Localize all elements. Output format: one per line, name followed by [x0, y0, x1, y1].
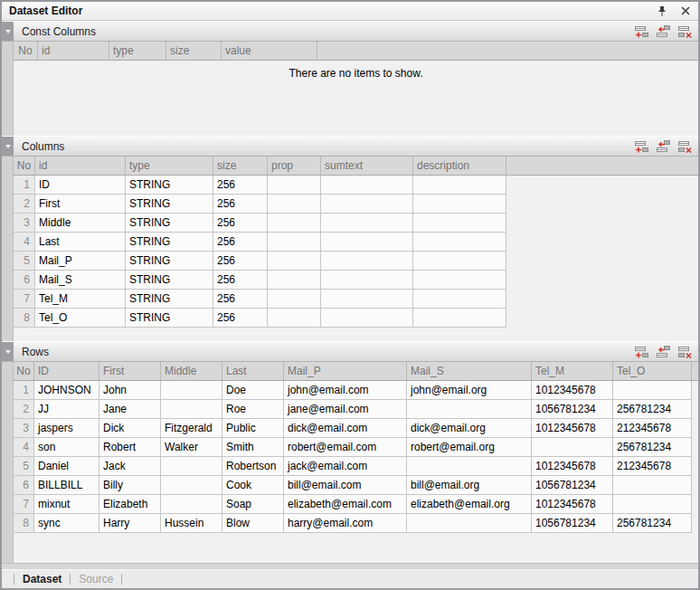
insert-item-icon[interactable]	[655, 344, 672, 359]
table-cell[interactable]	[413, 176, 506, 194]
table-row[interactable]: 3MiddleSTRING256	[14, 214, 506, 233]
table-cell[interactable]: jaspers	[34, 419, 99, 437]
table-cell[interactable]: 256	[213, 271, 268, 289]
table-cell[interactable]: Hussein	[161, 514, 222, 532]
table-cell[interactable]: Mail_S	[35, 271, 126, 289]
table-cell[interactable]: Cook	[222, 476, 284, 494]
table-cell[interactable]: 1012345678	[532, 381, 613, 399]
table-cell[interactable]	[532, 438, 613, 456]
table-cell[interactable]	[407, 457, 532, 475]
table-cell[interactable]: 256	[213, 176, 268, 194]
table-cell[interactable]: BILLBILL	[34, 476, 99, 494]
add-item-icon[interactable]	[633, 344, 650, 359]
table-cell[interactable]: Roe	[222, 400, 284, 418]
column-header[interactable]: sumtext	[321, 157, 413, 175]
table-cell[interactable]: 256	[213, 252, 268, 270]
table-cell[interactable]: STRING	[126, 195, 213, 213]
table-cell[interactable]: Daniel	[34, 457, 99, 475]
table-cell[interactable]: jack@email.com	[284, 457, 407, 475]
row-number-cell[interactable]: 4	[14, 438, 34, 456]
table-cell[interactable]	[268, 271, 321, 289]
table-cell[interactable]: Jack	[99, 457, 161, 475]
table-cell[interactable]: 256	[213, 195, 268, 213]
column-header[interactable]: type	[126, 157, 213, 175]
row-number-cell[interactable]: 8	[14, 514, 34, 532]
table-cell[interactable]	[321, 176, 413, 194]
table-cell[interactable]	[161, 381, 222, 399]
table-cell[interactable]: robert@email.org	[407, 438, 532, 456]
table-cell[interactable]: Doe	[222, 381, 284, 399]
table-cell[interactable]	[268, 195, 321, 213]
table-cell[interactable]: Walker	[161, 438, 222, 456]
add-item-icon[interactable]	[633, 138, 650, 154]
table-cell[interactable]: 1056781234	[532, 476, 613, 494]
table-cell[interactable]	[413, 271, 506, 289]
table-cell[interactable]: Robertson	[222, 457, 284, 475]
column-header[interactable]: First	[99, 362, 161, 380]
table-cell[interactable]: robert@email.com	[284, 438, 407, 456]
row-number-cell[interactable]: 3	[14, 419, 34, 437]
table-cell[interactable]: Elizabeth	[99, 495, 161, 513]
table-cell[interactable]: 212345678	[613, 419, 692, 437]
table-cell[interactable]: STRING	[126, 214, 213, 232]
row-number-cell[interactable]: 3	[14, 214, 35, 232]
column-header[interactable]: description	[413, 157, 506, 175]
insert-item-icon[interactable]	[655, 138, 672, 154]
column-header[interactable]: Tel_O	[613, 362, 692, 380]
table-cell[interactable]: ID	[35, 176, 126, 194]
table-cell[interactable]: 256781234	[613, 438, 692, 456]
table-cell[interactable]: STRING	[126, 271, 213, 289]
delete-item-icon[interactable]	[676, 138, 694, 154]
collapse-section-icon[interactable]	[2, 342, 14, 361]
delete-item-icon[interactable]	[676, 344, 694, 359]
row-number-cell[interactable]: 2	[14, 400, 34, 418]
table-cell[interactable]	[613, 381, 692, 399]
table-cell[interactable]	[321, 252, 413, 270]
table-cell[interactable]: 256	[213, 214, 268, 232]
table-cell[interactable]: STRING	[126, 176, 213, 194]
table-cell[interactable]: 256	[213, 233, 268, 251]
insert-item-icon[interactable]	[655, 24, 672, 39]
table-cell[interactable]: 256	[213, 309, 268, 327]
table-row[interactable]: 8Tel_OSTRING256	[14, 309, 506, 328]
table-cell[interactable]: Jane	[99, 400, 161, 418]
table-cell[interactable]: STRING	[126, 309, 213, 327]
row-number-cell[interactable]: 8	[14, 309, 35, 327]
column-header[interactable]: ID	[34, 362, 99, 380]
row-number-cell[interactable]: 4	[14, 233, 35, 251]
table-cell[interactable]	[613, 495, 692, 513]
table-cell[interactable]	[161, 476, 222, 494]
tab-source[interactable]: Source	[79, 573, 113, 585]
table-cell[interactable]	[268, 176, 321, 194]
table-row[interactable]: 7Tel_MSTRING256	[14, 290, 506, 309]
table-cell[interactable]	[268, 214, 321, 232]
column-header[interactable]: No	[14, 42, 38, 60]
column-header[interactable]: Mail_S	[407, 362, 532, 380]
table-cell[interactable]: dick@email.org	[407, 419, 532, 437]
column-header[interactable]: Tel_M	[532, 362, 613, 380]
table-cell[interactable]: 1056781234	[532, 400, 613, 418]
column-header[interactable]: Last	[222, 362, 284, 380]
table-cell[interactable]: Mail_P	[35, 252, 126, 270]
table-cell[interactable]: John	[99, 381, 161, 399]
table-cell[interactable]: First	[35, 195, 126, 213]
table-cell[interactable]: john@email.com	[284, 381, 407, 399]
table-cell[interactable]	[407, 400, 532, 418]
table-cell[interactable]	[413, 290, 506, 308]
table-cell[interactable]	[413, 309, 506, 327]
column-header[interactable]: id	[38, 42, 109, 60]
table-cell[interactable]: Soap	[222, 495, 284, 513]
table-cell[interactable]	[407, 514, 532, 532]
column-header[interactable]: Mail_P	[284, 362, 407, 380]
column-header[interactable]: No	[14, 157, 35, 175]
table-cell[interactable]	[613, 476, 692, 494]
table-row[interactable]: 4sonRobertWalkerSmithrobert@email.comrob…	[14, 438, 692, 457]
table-cell[interactable]: STRING	[126, 233, 213, 251]
row-number-cell[interactable]: 7	[14, 495, 34, 513]
table-cell[interactable]: Smith	[222, 438, 284, 456]
table-cell[interactable]: john@email.org	[407, 381, 532, 399]
table-cell[interactable]	[161, 457, 222, 475]
row-number-cell[interactable]: 2	[14, 195, 35, 213]
table-row[interactable]: 5Mail_PSTRING256	[14, 252, 506, 271]
column-header[interactable]: size	[166, 42, 222, 60]
